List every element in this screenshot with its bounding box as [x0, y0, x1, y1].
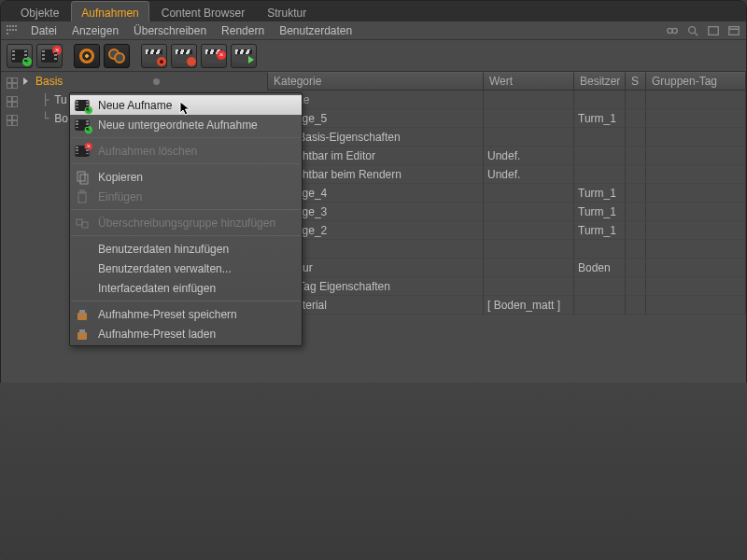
film-x-icon: ×	[74, 143, 91, 160]
col-s[interactable]: S	[626, 72, 646, 91]
svg-rect-13	[78, 313, 87, 320]
grid-row[interactable]: └− Tag Eigenschaften	[267, 277, 746, 296]
target-icon[interactable]	[7, 115, 18, 126]
clapper-play-button[interactable]	[231, 44, 257, 68]
rings-button[interactable]	[104, 44, 130, 68]
grid-row[interactable]: └ P Sichtbar beim RendernUndef.	[267, 165, 746, 184]
col-besitzer[interactable]: Besitzer	[574, 72, 626, 91]
grid-row[interactable]: └− Basis-Eigenschaften	[267, 128, 746, 147]
grid-row[interactable]: └ Lage_2Turm_1	[267, 221, 746, 240]
separator	[71, 163, 301, 164]
separator	[71, 301, 301, 301]
copy-icon	[74, 169, 91, 186]
separator	[71, 137, 301, 138]
ctx-aufnahmen-l-schen: ×Aufnahmen löschen	[70, 141, 302, 161]
menu-benutzerdaten[interactable]: Benutzerdaten	[272, 24, 359, 37]
svg-rect-4	[709, 26, 719, 35]
menu-bar: Datei Anzeigen Überschreiben Rendern Ben…	[1, 21, 746, 40]
film-plus-icon: +	[74, 97, 91, 114]
clapper-x-button[interactable]: ×	[201, 44, 227, 68]
tree-item[interactable]: Bo	[54, 112, 68, 125]
svg-rect-9	[78, 192, 86, 203]
svg-rect-12	[82, 222, 88, 228]
grid-row[interactable]: └ Lage_4Turm_1	[267, 184, 746, 203]
tab-struktur[interactable]: Struktur	[257, 1, 317, 21]
separator	[71, 235, 301, 236]
separator	[71, 209, 301, 210]
menu-ueberschreiben[interactable]: Überschreiben	[126, 24, 214, 37]
svg-line-3	[695, 32, 698, 35]
delete-take-button[interactable]: ×	[36, 44, 63, 68]
ctx-label: Interfacedaten einfügen	[98, 282, 216, 295]
search-icon[interactable]	[686, 24, 699, 37]
menu-rendern[interactable]: Rendern	[214, 24, 272, 37]
col-wert[interactable]: Wert	[484, 72, 574, 91]
window-icon[interactable]	[707, 24, 720, 37]
ctx-aufnahme-preset-laden[interactable]: Aufnahme-Preset laden	[70, 324, 302, 343]
svg-rect-7	[78, 172, 85, 181]
film-plus-sub-icon: +	[74, 117, 91, 133]
ctx-label: Kopieren	[98, 171, 143, 184]
ctx-kopieren[interactable]: Kopieren	[70, 167, 302, 187]
blank-icon	[74, 280, 91, 297]
ctx-benutzerdaten-verwalten-[interactable]: Benutzerdaten verwalten...	[70, 259, 302, 278]
blank-icon	[74, 241, 91, 258]
tree-root[interactable]: Basis	[35, 75, 63, 88]
menu-datei[interactable]: Datei	[23, 24, 64, 37]
grid-row[interactable]: └ Lage_3Turm_1	[267, 203, 746, 221]
paste-icon	[74, 189, 91, 205]
toolbar: + × ● ×	[1, 40, 746, 72]
ctx-benutzerdaten-hinzuf-gen[interactable]: Benutzerdaten hinzufügen	[70, 239, 302, 259]
tree-item[interactable]: Tu	[54, 93, 67, 106]
target-icon[interactable]	[7, 77, 18, 89]
column-header: Kategorie Wert Besitzer S Gruppen-Tag	[267, 72, 746, 91]
preset-save-icon	[74, 306, 91, 323]
ctx-label: Neue Aufname	[98, 99, 172, 112]
link-icon[interactable]	[666, 24, 679, 37]
empty-area	[0, 383, 747, 560]
ctx-einf-gen: Einfügen	[70, 187, 302, 206]
svg-rect-14	[79, 310, 85, 314]
svg-point-0	[668, 28, 672, 33]
clapper-red-button[interactable]	[171, 44, 197, 68]
tab-aufnahmen[interactable]: Aufnahmen	[71, 1, 148, 21]
ctx-label: Aufnahme-Preset speichern	[98, 308, 237, 321]
target-icon[interactable]	[7, 96, 18, 107]
tab-content-browser[interactable]: Content Browser	[151, 1, 255, 21]
ctx--berschreibungsgruppe-hinzuf-gen: Überschreibungsgruppe hinzufügen	[70, 213, 302, 232]
grid-row[interactable]: ├ P Sichtbar im EditorUndef.	[267, 147, 746, 165]
grid-row[interactable]: Tags	[267, 240, 746, 259]
menu-anzeigen[interactable]: Anzeigen	[64, 24, 126, 37]
ctx-label: Benutzerdaten verwalten...	[98, 262, 232, 275]
svg-rect-16	[79, 329, 85, 333]
grid-row[interactable]: Objekte	[267, 91, 746, 109]
state-dot-icon[interactable]	[153, 78, 160, 85]
svg-rect-8	[80, 175, 88, 184]
blank-icon	[74, 260, 91, 277]
window-max-icon[interactable]	[727, 24, 740, 37]
ctx-aufnahme-preset-speichern[interactable]: Aufnahme-Preset speichern	[70, 304, 302, 324]
ctx-label: Neue untergeordnete Aufnahme	[98, 119, 258, 132]
grid-row[interactable]: └ P Material[ Boden_matt ]	[267, 296, 746, 315]
svg-point-2	[689, 26, 696, 33]
clapper-plus-button[interactable]: ●	[141, 44, 167, 68]
new-take-button[interactable]: +	[7, 44, 33, 68]
col-kategorie[interactable]: Kategorie	[267, 72, 484, 91]
ctx-label: Einfügen	[98, 190, 142, 203]
svg-point-1	[672, 28, 677, 33]
cursor-icon	[179, 101, 192, 118]
grid-row[interactable]: TexturBoden	[267, 259, 746, 277]
svg-rect-15	[78, 332, 87, 340]
tab-objekte[interactable]: Objekte	[10, 1, 69, 21]
ctx-neue-untergeordnete-aufnahme[interactable]: +Neue untergeordnete Aufnahme	[70, 115, 302, 134]
ctx-label: Aufnahme-Preset laden	[98, 328, 216, 341]
ring-button[interactable]	[74, 44, 100, 68]
grid-row[interactable]: └ Lage_5Turm_1	[267, 109, 746, 128]
ctx-label: Überschreibungsgruppe hinzufügen	[98, 217, 275, 230]
group-icon	[74, 215, 91, 231]
collapser-icon[interactable]	[23, 77, 28, 85]
col-gruppen-tag[interactable]: Gruppen-Tag	[646, 72, 746, 91]
svg-rect-5	[729, 26, 740, 35]
ctx-interfacedaten-einf-gen[interactable]: Interfacedaten einfügen	[70, 278, 302, 298]
ctx-label: Benutzerdaten hinzufügen	[98, 243, 229, 256]
